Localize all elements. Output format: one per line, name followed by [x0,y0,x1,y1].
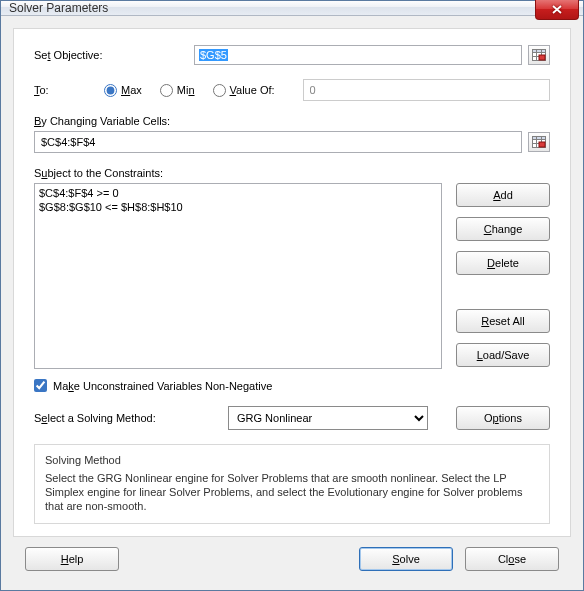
valueof-input[interactable] [303,79,550,101]
unconstrained-nonneg-input[interactable] [34,379,47,392]
radio-max-input[interactable] [104,84,117,97]
reset-all-button[interactable]: Reset All [456,309,550,333]
svg-rect-7 [533,137,546,140]
unconstrained-nonneg-checkbox[interactable]: Make Unconstrained Variables Non-Negativ… [34,379,550,392]
radio-min-input[interactable] [160,84,173,97]
range-select-icon [532,136,546,148]
add-button[interactable]: Add [456,183,550,207]
window-title: Solver Parameters [9,1,108,15]
close-icon [552,5,562,14]
dialog-footer: Help Solve Close [13,537,571,581]
constraint-buttons: Add Change Delete Reset All Load/Save [456,183,550,369]
solver-parameters-dialog: Solver Parameters Set Objective: $G$5 [0,0,584,591]
radio-max[interactable]: Max [104,84,142,97]
solve-button[interactable]: Solve [359,547,453,571]
close-button[interactable]: Close [465,547,559,571]
radio-valueof-input[interactable] [213,84,226,97]
titlebar[interactable]: Solver Parameters [1,1,583,16]
objective-row: Set Objective: $G$5 [34,45,550,65]
main-panel: Set Objective: $G$5 [13,28,571,537]
changing-row [34,131,550,153]
delete-button[interactable]: Delete [456,251,550,275]
description-title: Solving Method [45,453,539,467]
description-body: Select the GRG Nonlinear engine for Solv… [45,471,539,513]
constraints-area: $C$4:$F$4 >= 0 $G$8:$G$10 <= $H$8:$H$10 … [34,183,550,369]
objective-label: Set Objective: [34,49,194,61]
svg-rect-11 [539,142,545,147]
svg-rect-5 [539,55,545,60]
radio-min[interactable]: Min [160,84,195,97]
radio-valueof[interactable]: Value Of: [213,84,285,97]
to-row: To: Max Min Value Of: [34,79,550,101]
change-button[interactable]: Change [456,217,550,241]
changing-input[interactable] [34,131,522,153]
svg-rect-1 [533,50,546,53]
changing-ref-button[interactable] [528,132,550,152]
objective-input[interactable]: $G$5 [194,45,522,65]
constraints-label: Subject to the Constraints: [34,167,550,179]
help-button[interactable]: Help [25,547,119,571]
load-save-button[interactable]: Load/Save [456,343,550,367]
changing-label: By Changing Variable Cells: [34,115,550,127]
objective-ref-button[interactable] [528,45,550,65]
to-label: To: [34,84,86,96]
options-button[interactable]: Options [456,406,550,430]
dialog-content: Set Objective: $G$5 [1,16,583,591]
close-window-button[interactable] [535,0,579,20]
solving-method-description: Solving Method Select the GRG Nonlinear … [34,444,550,524]
method-label: Select a Solving Method: [34,412,214,424]
method-select[interactable]: GRG Nonlinear [228,406,428,430]
range-select-icon [532,49,546,61]
constraints-list[interactable]: $C$4:$F$4 >= 0 $G$8:$G$10 <= $H$8:$H$10 [34,183,442,369]
method-row: Select a Solving Method: GRG Nonlinear O… [34,406,550,430]
